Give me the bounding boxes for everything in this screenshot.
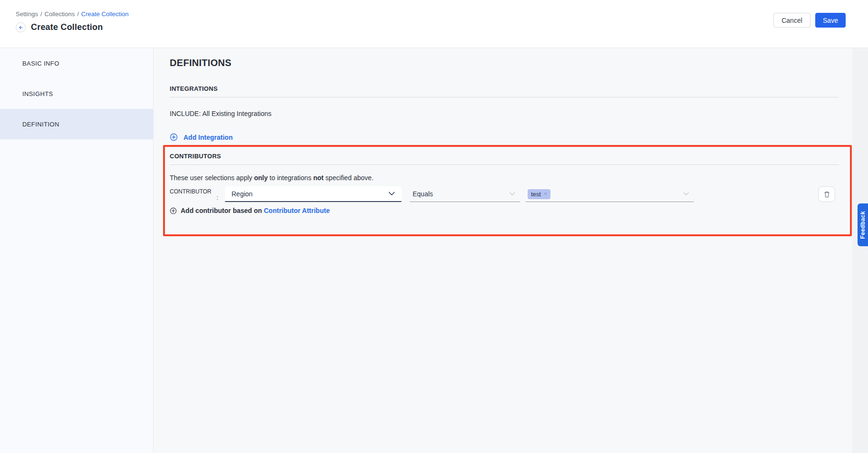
arrow-left-icon [18,25,24,30]
page-gutter [852,48,868,453]
definition-panel: DEFINITIONS INTEGRATIONS INCLUDE: All Ex… [154,48,868,453]
cancel-button[interactable]: Cancel [773,13,810,28]
plus-circle-icon [170,133,178,141]
delete-contributor-button[interactable] [818,186,835,202]
breadcrumb-create-collection[interactable]: Create Collection [81,10,129,18]
contributors-heading: CONTRIBUTORS [170,153,839,165]
operator-select[interactable]: Equals [410,186,520,202]
note-text: to integrations [268,174,313,182]
note-bold-only: only [254,174,268,182]
contributor-attribute-link[interactable]: Contributor Attribute [264,207,330,214]
breadcrumb-collections[interactable]: Collections [45,10,75,18]
operator-select-value: Equals [413,190,433,198]
note-text: specified above. [324,174,374,182]
page-header: Settings / Collections / Create Collecti… [0,0,868,48]
chevron-down-icon [683,192,689,196]
note-text: These user selections apply [170,174,254,182]
sidebar-item-insights[interactable]: INSIGHTS [0,78,153,109]
save-button[interactable]: Save [815,13,846,28]
contributor-rule-row: CONTRIBUTOR : Region Equals test × [170,186,839,202]
breadcrumb-settings[interactable]: Settings [16,10,38,18]
chevron-down-icon [509,192,515,196]
note-bold-not: not [313,174,324,182]
contributor-label-colon: : [170,195,225,201]
definitions-title: DEFINITIONS [170,58,839,68]
breadcrumb-separator: / [40,10,42,18]
trash-icon [823,191,830,198]
plus-circle-icon [170,207,177,214]
value-tag-label: test [531,191,541,198]
sidebar-item-definition[interactable]: DEFINITION [0,109,153,139]
add-integration-button[interactable]: Add Integration [170,133,232,141]
settings-sidebar: BASIC INFO INSIGHTS DEFINITION [0,48,154,453]
contributors-note: These user selections apply only to inte… [170,174,839,182]
value-tag[interactable]: test × [528,189,550,199]
attribute-select-value: Region [231,190,252,198]
attribute-select[interactable]: Region [225,186,402,202]
breadcrumb: Settings / Collections / Create Collecti… [16,10,868,18]
add-contributor-text: Add contributor based on Contributor Att… [181,207,330,214]
page-title: Create Collection [31,22,103,32]
back-button[interactable] [16,22,26,32]
tag-remove-icon[interactable]: × [544,191,547,197]
add-contributor-prefix: Add contributor based on [181,207,264,214]
contributor-row-label: CONTRIBUTOR : [170,189,225,201]
value-multiselect[interactable]: test × [526,186,694,202]
add-integration-label: Add Integration [183,134,232,141]
add-contributor-row: Add contributor based on Contributor Att… [170,207,330,214]
include-integrations-text: INCLUDE: All Existing Integrations [170,110,839,117]
chevron-down-icon [388,192,395,196]
integrations-heading: INTEGRATIONS [170,85,839,97]
breadcrumb-separator: / [77,10,79,18]
sidebar-item-basic-info[interactable]: BASIC INFO [0,48,153,78]
feedback-tab-label: Feedback [859,211,866,239]
feedback-tab[interactable]: Feedback [858,203,868,246]
